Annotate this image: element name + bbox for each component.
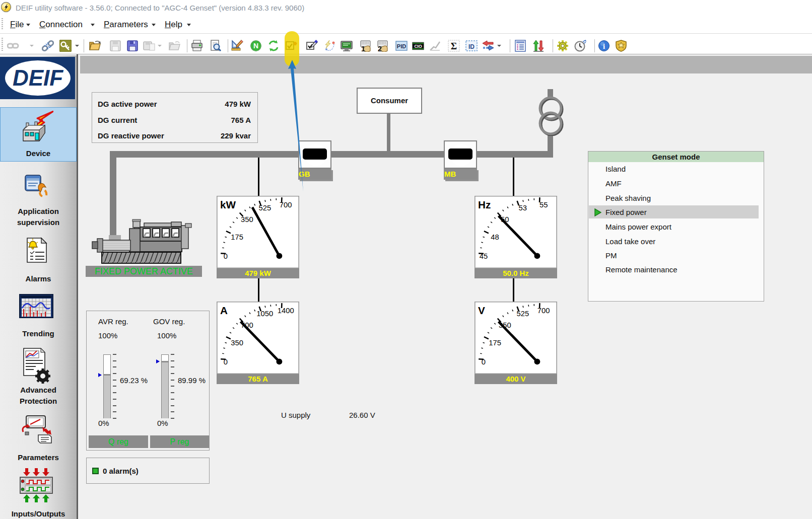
svg-text:175: 175 (231, 233, 243, 241)
svg-text:700: 700 (537, 307, 550, 315)
svg-text:V: V (478, 305, 485, 316)
svg-text:48: 48 (491, 233, 499, 241)
svg-text:A: A (220, 305, 228, 316)
svg-text:1400: 1400 (278, 307, 294, 315)
svg-text:700: 700 (280, 201, 292, 209)
svg-text:525: 525 (516, 310, 529, 318)
svg-text:Σ: Σ (451, 41, 457, 51)
svg-text:i: i (603, 42, 605, 50)
svg-text:45: 45 (480, 252, 488, 260)
svg-text:55: 55 (539, 201, 548, 209)
svg-text:N: N (253, 42, 258, 50)
svg-text:175: 175 (489, 339, 501, 347)
svg-text:1: 1 (361, 45, 365, 52)
svg-text:350: 350 (241, 215, 253, 224)
svg-text:53: 53 (519, 204, 527, 212)
svg-text:0: 0 (224, 358, 228, 366)
svg-text:2: 2 (378, 45, 382, 52)
svg-text:DEIF: DEIF (13, 65, 63, 90)
svg-text:kW: kW (220, 199, 236, 210)
svg-text:1050: 1050 (256, 310, 273, 318)
svg-text:0: 0 (482, 358, 486, 366)
svg-text:0: 0 (224, 252, 228, 260)
svg-text:350: 350 (231, 339, 243, 347)
svg-text:CIO: CIO (414, 44, 422, 49)
svg-text:ID: ID (468, 43, 475, 50)
svg-text:PID: PID (397, 43, 406, 49)
svg-text:525: 525 (258, 204, 271, 212)
svg-text:Hz: Hz (478, 199, 491, 210)
